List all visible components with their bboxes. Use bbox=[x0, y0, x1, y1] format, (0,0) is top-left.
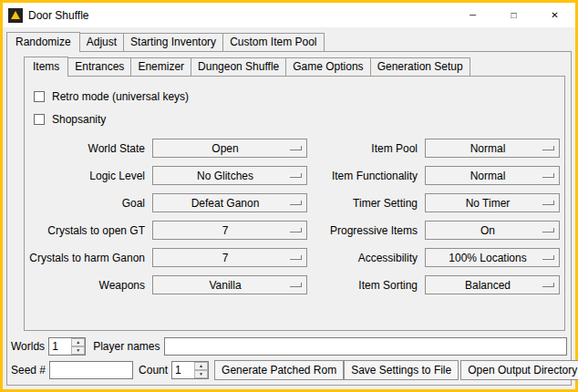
dropdown-value: Normal bbox=[470, 142, 515, 155]
field-label: Accessibility bbox=[307, 252, 425, 264]
spin-up-icon[interactable]: ▲ bbox=[71, 338, 85, 346]
checkbox-label: Shopsanity bbox=[52, 113, 106, 126]
checkbox-area: Retro mode (universal keys) Shopsanity bbox=[25, 77, 564, 130]
dropdown-value: 7 bbox=[222, 252, 238, 264]
checkbox-row-retro-mode[interactable]: Retro mode (universal keys) bbox=[34, 85, 564, 108]
spin-buttons: ▲ ▼ bbox=[71, 338, 85, 355]
dropdown-indicator-icon bbox=[542, 255, 554, 260]
dropdown-value: Open bbox=[212, 142, 247, 155]
count-label: Count bbox=[139, 364, 168, 377]
tab-adjust[interactable]: Adjust bbox=[79, 33, 124, 51]
multiworld-row: Worlds ▲ ▼ Player names bbox=[7, 337, 571, 356]
inner-tab-bar: Items Entrances Enemizer Dungeon Shuffle… bbox=[24, 57, 571, 76]
dropdown-indicator-icon bbox=[542, 228, 554, 232]
tab-game-options[interactable]: Game Options bbox=[285, 57, 370, 76]
field-label: Weapons bbox=[26, 279, 152, 292]
dropdown-value: Defeat Ganon bbox=[191, 197, 269, 210]
options-grid: World State Open Item Pool Normal Logic … bbox=[26, 139, 560, 294]
count-input[interactable] bbox=[172, 362, 194, 378]
dropdown-value: 7 bbox=[222, 224, 238, 237]
tab-items[interactable]: Items bbox=[24, 57, 68, 77]
dropdown-value: Balanced bbox=[465, 279, 520, 292]
spin-buttons: ▲ ▼ bbox=[194, 362, 208, 378]
logic-level-dropdown[interactable]: No Glitches bbox=[152, 166, 307, 185]
crystals-harm-ganon-dropdown[interactable]: 7 bbox=[152, 248, 307, 267]
output-buttons: Save Settings to File Open Output Direct… bbox=[344, 360, 578, 380]
dropdown-indicator-icon bbox=[290, 283, 302, 287]
items-panel: Retro mode (universal keys) Shopsanity W… bbox=[24, 76, 565, 331]
app-icon bbox=[8, 8, 23, 23]
field-label: Progressive Items bbox=[307, 224, 425, 237]
checkbox-unchecked-icon[interactable] bbox=[34, 114, 45, 125]
field-label: Crystals to open GT bbox=[26, 224, 152, 237]
dropdown-value: Vanilla bbox=[209, 279, 250, 292]
checkbox-unchecked-icon[interactable] bbox=[34, 91, 45, 102]
worlds-label: Worlds bbox=[11, 340, 45, 353]
count-spinbox: ▲ ▼ bbox=[171, 361, 209, 379]
seed-input[interactable] bbox=[49, 361, 133, 379]
tab-enemizer[interactable]: Enemizer bbox=[130, 57, 191, 76]
field-label: Crystals to harm Ganon bbox=[26, 252, 152, 264]
tab-entrances[interactable]: Entrances bbox=[67, 57, 131, 76]
window-title: Door Shuffle bbox=[28, 9, 89, 22]
field-label: Logic Level bbox=[26, 170, 152, 182]
field-label: Goal bbox=[26, 197, 152, 210]
tab-custom-item-pool[interactable]: Custom Item Pool bbox=[222, 33, 324, 51]
maximize-button[interactable]: □ bbox=[493, 3, 534, 27]
tab-generation-setup[interactable]: Generation Setup bbox=[370, 57, 470, 76]
field-label: Timer Setting bbox=[307, 197, 425, 210]
dropdown-indicator-icon bbox=[290, 201, 302, 205]
window-controls: ─ □ ✕ bbox=[452, 3, 575, 27]
tab-starting-inventory[interactable]: Starting Inventory bbox=[123, 33, 223, 51]
accessibility-dropdown[interactable]: 100% Locations bbox=[425, 248, 560, 267]
dropdown-indicator-icon bbox=[290, 228, 302, 232]
dropdown-indicator-icon bbox=[542, 173, 554, 178]
item-functionality-dropdown[interactable]: Normal bbox=[425, 166, 560, 185]
checkbox-label: Retro mode (universal keys) bbox=[52, 90, 189, 103]
spin-down-icon[interactable]: ▼ bbox=[71, 346, 85, 355]
dropdown-indicator-icon bbox=[542, 201, 554, 205]
close-button[interactable]: ✕ bbox=[534, 3, 575, 27]
worlds-input[interactable] bbox=[49, 338, 71, 355]
worlds-spinbox: ▲ ▼ bbox=[48, 337, 86, 356]
goal-dropdown[interactable]: Defeat Ganon bbox=[152, 193, 307, 212]
weapons-dropdown[interactable]: Vanilla bbox=[152, 275, 307, 294]
spin-up-icon[interactable]: ▲ bbox=[194, 362, 208, 370]
dropdown-indicator-icon bbox=[542, 283, 554, 287]
dropdown-indicator-icon bbox=[290, 255, 302, 260]
titlebar[interactable]: Door Shuffle ─ □ ✕ bbox=[3, 3, 575, 27]
player-names-input[interactable] bbox=[164, 337, 568, 356]
spacer bbox=[7, 331, 571, 337]
dropdown-indicator-icon bbox=[290, 173, 302, 178]
progressive-items-dropdown[interactable]: On bbox=[425, 221, 560, 240]
dropdown-indicator-icon bbox=[542, 146, 554, 150]
generate-patched-rom-button[interactable]: Generate Patched Rom bbox=[214, 360, 344, 380]
timer-setting-dropdown[interactable]: No Timer bbox=[425, 193, 560, 212]
dropdown-value: 100% Locations bbox=[449, 252, 535, 264]
player-names-label: Player names bbox=[93, 340, 160, 353]
save-settings-button[interactable]: Save Settings to File bbox=[344, 360, 459, 380]
field-label: World State bbox=[26, 142, 152, 155]
dropdown-value: No Glitches bbox=[197, 170, 263, 182]
minimize-button[interactable]: ─ bbox=[452, 3, 493, 27]
dropdown-value: No Timer bbox=[466, 197, 520, 210]
field-label: Item Functionality bbox=[307, 170, 425, 182]
tab-randomize[interactable]: Randomize bbox=[6, 32, 80, 52]
seed-label: Seed # bbox=[11, 364, 46, 377]
dropdown-value: On bbox=[480, 224, 504, 237]
checkbox-row-shopsanity[interactable]: Shopsanity bbox=[34, 108, 564, 130]
randomize-panel: Items Entrances Enemizer Dungeon Shuffle… bbox=[6, 51, 572, 386]
open-output-directory-button[interactable]: Open Output Directory bbox=[460, 360, 578, 380]
spin-down-icon[interactable]: ▼ bbox=[194, 370, 208, 378]
field-label: Item Pool bbox=[307, 142, 425, 155]
tab-dungeon-shuffle[interactable]: Dungeon Shuffle bbox=[191, 57, 286, 76]
field-label: Item Sorting bbox=[307, 279, 425, 292]
dropdown-value: Normal bbox=[470, 170, 515, 182]
seed-row: Seed # Count ▲ ▼ Generate Patched Rom Sa… bbox=[7, 360, 571, 380]
door-shuffle-window: Door Shuffle ─ □ ✕ Randomize Adjust Star… bbox=[0, 0, 578, 392]
item-sorting-dropdown[interactable]: Balanced bbox=[425, 275, 560, 294]
item-pool-dropdown[interactable]: Normal bbox=[425, 139, 560, 158]
outer-tab-bar: Randomize Adjust Starting Inventory Cust… bbox=[6, 32, 575, 51]
world-state-dropdown[interactable]: Open bbox=[152, 139, 307, 158]
crystals-open-gt-dropdown[interactable]: 7 bbox=[152, 221, 307, 240]
